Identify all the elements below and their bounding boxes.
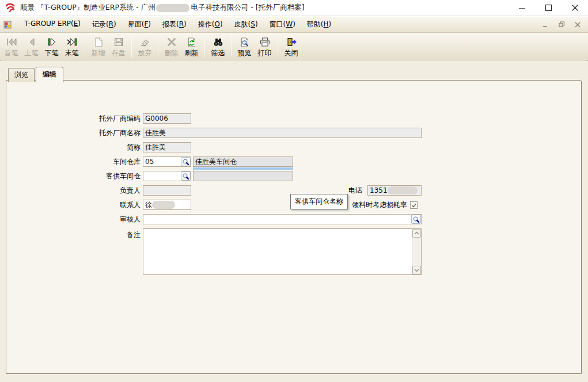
mdi-restore-button[interactable] <box>557 21 566 29</box>
toolbar-button-first: 首笔 <box>1 34 21 59</box>
toolbar-separator <box>158 36 158 57</box>
toolbar-button-prev: 上笔 <box>21 34 41 59</box>
toolbar-button-filter[interactable]: 筛选 <box>208 34 228 59</box>
phone-field[interactable]: 1351 <box>367 185 422 196</box>
content-area: 浏览编辑 托外厂商编码 G0006 托外厂商名称 佳胜美 简称 佳胜美 车间仓库… <box>0 61 588 382</box>
short-name-field[interactable]: 佳胜美 <box>143 142 191 152</box>
maximize-icon <box>545 4 552 12</box>
toolbar-separator <box>204 36 205 57</box>
minimize-button[interactable] <box>509 0 535 16</box>
menu-item-5[interactable]: 皮肤(S) <box>229 17 264 32</box>
menu-bar: T-GROUP ERP(E)记录(R)界面(F)报表(R)操作(O)皮肤(S)窗… <box>0 16 588 33</box>
check-icon <box>411 203 417 208</box>
toolbar-button-print[interactable]: 打印 <box>255 34 275 59</box>
customer-warehouse-label: 客供车间仓 <box>6 171 141 181</box>
magnifier-icon <box>182 158 189 166</box>
toolbar-button-last[interactable]: 末笔 <box>62 34 82 59</box>
remark-scrollbar[interactable] <box>412 229 421 274</box>
toolbar-button-preview[interactable]: 预览 <box>234 34 255 59</box>
vendor-code-value: G0006 <box>145 114 168 123</box>
vendor-code-field[interactable]: G0006 <box>143 113 191 124</box>
magnifier-icon <box>182 173 189 180</box>
last-icon <box>66 36 78 48</box>
delete-icon <box>165 36 178 48</box>
vendor-name-field[interactable]: 佳胜美 <box>143 128 422 138</box>
workshop-warehouse-code-field[interactable]: 05 <box>143 156 191 167</box>
edit-panel: 托外厂商编码 G0006 托外厂商名称 佳胜美 简称 佳胜美 车间仓库 05 <box>6 80 582 374</box>
toolbar-button-label: 末笔 <box>65 49 79 57</box>
mdi-minimize-button[interactable] <box>541 21 550 29</box>
menu-item-2[interactable]: 界面(F) <box>122 17 157 32</box>
auditor-lookup-button[interactable] <box>411 215 421 224</box>
close-icon <box>571 4 579 12</box>
app-window: 顺景 『T-GROUP』制造业ERP系统 - 广州 电子科技有限公司 - [托外… <box>0 0 588 382</box>
maximize-button[interactable] <box>535 0 562 16</box>
toolbar-button-discard: 放弃 <box>135 34 155 59</box>
redaction-blur <box>156 4 189 12</box>
magnifier-icon <box>412 216 420 223</box>
remark-textarea[interactable] <box>143 228 422 275</box>
title-bar: 顺景 『T-GROUP』制造业ERP系统 - 广州 电子科技有限公司 - [托外… <box>0 0 588 16</box>
tab-browse[interactable]: 浏览 <box>8 68 35 82</box>
menu-item-4[interactable]: 操作(O) <box>192 17 229 32</box>
toolbar-separator <box>85 36 85 57</box>
menu-item-7[interactable]: 帮助(H) <box>301 17 337 32</box>
toolbar-button-label: 上笔 <box>25 49 39 57</box>
customer-warehouse-name-field <box>193 171 293 181</box>
toolbar-button-label: 关闭 <box>284 49 298 57</box>
menu-item-1[interactable]: 记录(R) <box>86 17 122 32</box>
contact-field[interactable]: 徐 <box>143 200 191 210</box>
toolbar-button-close[interactable]: 关闭 <box>281 34 301 59</box>
tooltip-text: 客供车间仓名称 <box>295 197 343 205</box>
toolbar-button-label: 筛选 <box>211 49 225 57</box>
workshop-warehouse-label: 车间仓库 <box>6 156 141 167</box>
toolbar-button-label: 刷新 <box>185 49 199 57</box>
contact-label: 联系人 <box>6 200 141 210</box>
phone-value: 1351 <box>370 186 388 194</box>
filter-icon <box>212 36 225 48</box>
tooltip: 客供车间仓名称 <box>290 194 348 209</box>
mdi-window-controls <box>541 21 588 29</box>
tab-strip: 浏览编辑 <box>8 66 65 82</box>
window-title-prefix: 顺景 『T-GROUP』制造业ERP系统 - 广州 <box>20 3 155 13</box>
toolbar-button-label: 预览 <box>238 49 252 57</box>
mdi-restore-icon <box>559 21 565 28</box>
workshop-warehouse-code-value: 05 <box>145 158 154 166</box>
scroll-up-button[interactable] <box>412 229 421 238</box>
new-icon <box>92 36 105 48</box>
print-icon <box>259 36 271 48</box>
toolbar-button-save: 存盘 <box>108 34 128 59</box>
customer-warehouse-code-field[interactable] <box>143 171 191 181</box>
toolbar-button-next[interactable]: 下笔 <box>41 34 62 59</box>
tab-edit[interactable]: 编辑 <box>36 67 63 83</box>
toolbar: 首笔上笔下笔末笔新增存盘放弃删除刷新筛选预览打印关闭 <box>0 33 588 60</box>
preview-icon <box>238 36 251 48</box>
close-button[interactable] <box>562 0 588 16</box>
menu-item-6[interactable]: 窗口(W) <box>264 17 301 32</box>
toolbar-button-label: 下笔 <box>45 49 59 57</box>
prev-icon <box>25 36 38 48</box>
contact-value: 徐 <box>145 200 152 210</box>
toolbar-separator <box>278 36 278 57</box>
manager-field[interactable] <box>143 185 191 196</box>
auditor-field[interactable] <box>143 214 422 224</box>
discard-icon <box>139 36 151 48</box>
toolbar-separator <box>231 36 232 57</box>
menu-item-3[interactable]: 报表(R) <box>157 17 192 32</box>
auditor-label: 审核人 <box>6 214 141 224</box>
workshop-warehouse-lookup-button[interactable] <box>181 157 191 166</box>
save-icon <box>112 36 125 48</box>
toolbar-button-refresh[interactable]: 刷新 <box>181 34 202 59</box>
app-logo-icon <box>5 2 16 14</box>
chevron-up-icon <box>414 231 419 235</box>
customer-warehouse-lookup-button[interactable] <box>181 171 191 181</box>
short-name-label: 简称 <box>6 142 141 152</box>
remark-label: 备注 <box>6 230 141 240</box>
scroll-down-button[interactable] <box>412 266 421 274</box>
toolbar-button-delete: 删除 <box>161 34 181 59</box>
toolbar-button-label: 首笔 <box>5 49 18 57</box>
loss-rate-checkbox[interactable] <box>410 201 418 209</box>
mdi-minimize-icon <box>543 22 548 28</box>
menu-item-0[interactable]: T-GROUP ERP(E) <box>18 17 86 32</box>
mdi-close-button[interactable] <box>573 21 582 29</box>
